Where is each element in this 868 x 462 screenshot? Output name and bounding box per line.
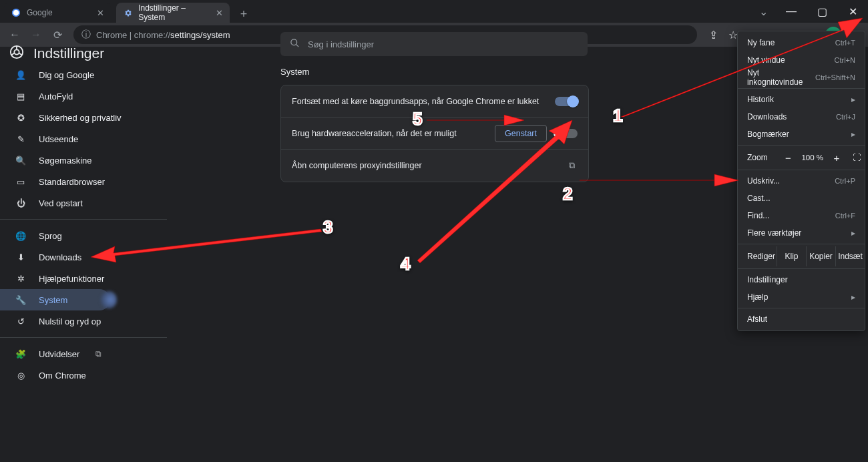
- reset-icon: ↺: [15, 316, 27, 326]
- sidebar-item-privacy[interactable]: ✪Sikkerhed og privatliv: [0, 107, 167, 128]
- sidebar-item-default-browser[interactable]: ▭Standardbrowser: [0, 171, 167, 192]
- menu-separator: [738, 244, 865, 244]
- close-tab-icon[interactable]: ✕: [97, 8, 104, 18]
- wrench-icon: 🔧: [15, 295, 27, 305]
- fullscreen-icon[interactable]: ⛶: [849, 153, 861, 162]
- svg-point-3: [291, 39, 297, 45]
- menu-label: Bogmærker: [747, 130, 789, 139]
- sidebar-item-on-startup[interactable]: ⏻Ved opstart: [0, 192, 167, 214]
- menu-edit-row: Rediger Klip Kopier Indsæt: [738, 246, 865, 266]
- submenu-arrow-icon: ▸: [851, 130, 855, 139]
- menu-paste[interactable]: Indsæt: [835, 246, 865, 266]
- svg-point-2: [14, 49, 19, 54]
- sidebar-item-you-and-google[interactable]: 👤Dig og Google: [0, 64, 167, 85]
- sidebar-item-appearance[interactable]: ✎Udseende: [0, 128, 167, 150]
- annotation-number-1: 1: [613, 105, 622, 126]
- person-icon: 👤: [15, 70, 27, 80]
- menu-shortcut: Ctrl+P: [835, 177, 855, 185]
- menu-copy[interactable]: Kopier: [806, 246, 835, 266]
- menu-label: Find...: [747, 211, 769, 220]
- menu-label: Indstillinger: [747, 275, 788, 284]
- globe-icon: 🌐: [15, 231, 27, 241]
- annotation-number-4: 4: [401, 254, 410, 274]
- menu-label: Hjælp: [747, 292, 768, 302]
- sidebar-label: Udseende: [39, 134, 78, 144]
- close-tab-icon[interactable]: ✕: [216, 8, 223, 18]
- annotation-arrow-4: [411, 120, 584, 267]
- google-favicon: [11, 7, 21, 18]
- puzzle-icon: 🧩: [15, 349, 27, 359]
- tab-settings[interactable]: Indstillinger – System ✕: [116, 3, 230, 23]
- sidebar-label: Udvidelser: [39, 349, 79, 359]
- sidebar-label: Nulstil og ryd op: [39, 316, 101, 326]
- edit-label: Rediger: [738, 246, 777, 266]
- sidebar-label: AutoFyld: [39, 91, 73, 101]
- zoom-label: Zoom: [747, 153, 776, 162]
- sidebar-label: Downloads: [39, 252, 81, 262]
- menu-print[interactable]: Udskriv...Ctrl+P: [738, 172, 865, 190]
- sidebar-item-about[interactable]: ◎Om Chrome: [0, 365, 167, 386]
- submenu-arrow-icon: ▸: [851, 228, 855, 238]
- search-icon: 🔍: [15, 156, 27, 166]
- download-icon: ⬇: [15, 252, 27, 262]
- sidebar-item-extensions[interactable]: 🧩Udvidelser⧉: [0, 343, 167, 365]
- section-title: System: [280, 67, 589, 77]
- menu-label: Udskriv...: [747, 176, 780, 186]
- a11y-icon: ✲: [15, 274, 27, 284]
- tab-label: Indstillinger – System: [138, 3, 210, 22]
- row-label: Fortsæt med at køre baggrundsapps, når G…: [292, 97, 555, 106]
- url-text: Chrome | chrome://settings/system: [96, 30, 230, 40]
- submenu-arrow-icon: ▸: [851, 292, 855, 302]
- search-placeholder: Søg i indstillinger: [308, 39, 374, 49]
- menu-cut[interactable]: Klip: [777, 246, 806, 266]
- annotation-number-2: 2: [563, 184, 572, 204]
- sidebar-label: Ved opstart: [39, 198, 83, 208]
- chrome-icon: ◎: [15, 371, 27, 381]
- menu-settings[interactable]: Indstillinger: [738, 271, 865, 288]
- sidebar-label: Hjælpefunktioner: [39, 274, 104, 284]
- shield-icon: ✪: [15, 113, 27, 123]
- menu-cast[interactable]: Cast...: [738, 190, 865, 207]
- menu-help[interactable]: Hjælp▸: [738, 288, 865, 306]
- search-icon: [290, 38, 300, 50]
- browser-icon: ▭: [15, 177, 27, 187]
- zoom-out-button[interactable]: −: [780, 150, 796, 166]
- menu-shortcut: Ctrl+F: [835, 212, 855, 220]
- sidebar-label: System: [39, 295, 67, 305]
- new-tab-button[interactable]: +: [235, 5, 252, 23]
- sidebar-label: Sprog: [39, 231, 62, 241]
- menu-label: Flere værktøjer: [747, 228, 801, 238]
- menu-separator: [738, 268, 865, 269]
- sidebar-item-autofill[interactable]: ▤AutoFyld: [0, 85, 167, 107]
- menu-separator: [738, 170, 865, 170]
- sidebar-item-system[interactable]: 🔧System: [0, 289, 110, 310]
- annotation-number-3: 3: [323, 217, 333, 238]
- menu-find[interactable]: Find...Ctrl+F: [738, 207, 865, 224]
- menu-more-tools[interactable]: Flere værktøjer▸: [738, 224, 865, 242]
- gear-favicon: [123, 7, 133, 18]
- menu-label: Cast...: [747, 194, 771, 203]
- menu-separator: [738, 145, 865, 146]
- sidebar-label: Standardbrowser: [39, 177, 105, 187]
- page-title: Indstillinger: [33, 45, 104, 61]
- sidebar-label: Søgemaskine: [39, 156, 91, 166]
- sidebar-separator: [0, 219, 167, 220]
- sidebar-label: Dig og Google: [39, 70, 94, 80]
- sidebar-item-accessibility[interactable]: ✲Hjælpefunktioner: [0, 268, 167, 289]
- power-icon: ⏻: [15, 198, 27, 208]
- annotation-arrow-2: [574, 170, 748, 190]
- sidebar-separator: [0, 337, 167, 338]
- sidebar-item-reset[interactable]: ↺Nulstil og ryd op: [0, 310, 167, 332]
- settings-search[interactable]: Søg i indstillinger: [280, 32, 588, 56]
- tab-google[interactable]: Google ✕: [4, 3, 111, 23]
- tab-label: Google: [27, 8, 53, 17]
- menu-label: Afslut: [747, 314, 767, 324]
- annotation-number-5: 5: [413, 109, 422, 130]
- sidebar-label: Om Chrome: [39, 371, 86, 381]
- sidebar-label: Sikkerhed og privatliv: [39, 113, 122, 123]
- autofill-icon: ▤: [15, 91, 27, 101]
- sidebar-item-search-engine[interactable]: 🔍Søgemaskine: [0, 150, 167, 171]
- menu-exit[interactable]: Afslut: [738, 310, 865, 328]
- annotation-arrow-3: [87, 224, 334, 264]
- zoom-in-button[interactable]: +: [829, 150, 845, 166]
